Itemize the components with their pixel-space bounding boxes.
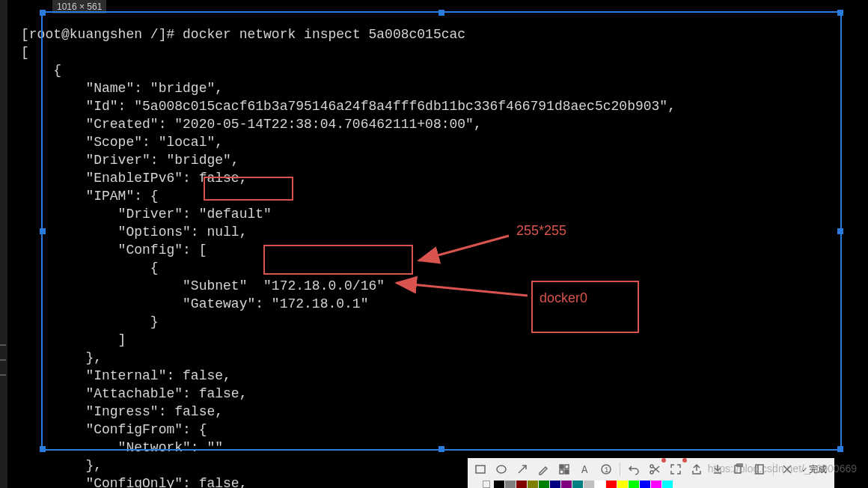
color-swatch[interactable]: [617, 481, 628, 488]
json-line-10: "Options": null,: [21, 225, 247, 240]
tool-ellipse[interactable]: [492, 460, 510, 478]
color-swatch[interactable]: [606, 481, 617, 488]
json-line-14: "Gateway": "172.18.0.1": [21, 296, 368, 311]
terminal-output: [root@kuangshen /]# docker network inspe…: [7, 0, 868, 488]
current-color-indicator: [483, 481, 490, 488]
svg-line-15: [653, 467, 659, 472]
svg-rect-8: [560, 470, 563, 474]
color-palette: [468, 481, 834, 488]
json-line-2: "Name": "bridge",: [21, 81, 223, 96]
color-swatch[interactable]: [539, 481, 549, 488]
json-line-19: "Attachable": false,: [21, 386, 247, 401]
color-swatch[interactable]: [584, 481, 594, 488]
svg-rect-6: [560, 465, 563, 469]
svg-text:A: A: [581, 464, 588, 475]
tool-share[interactable]: [688, 460, 706, 478]
svg-line-5: [519, 466, 526, 473]
tool-undo[interactable]: [625, 460, 643, 478]
tool-pen[interactable]: [534, 460, 552, 478]
color-swatch[interactable]: [505, 481, 516, 488]
svg-rect-7: [565, 465, 569, 469]
color-swatch[interactable]: [550, 481, 560, 488]
json-line-20: "Ingress": false,: [21, 404, 223, 419]
watermark-text: https://blog.csdn.net/_16000669: [708, 463, 857, 475]
json-line-9: "Driver": "default": [21, 207, 272, 222]
svg-text:1: 1: [605, 466, 609, 475]
tool-scissors[interactable]: [646, 460, 664, 478]
svg-point-13: [650, 465, 653, 468]
color-swatch[interactable]: [651, 481, 661, 488]
json-line-23: },: [21, 458, 102, 473]
json-line-5: "Scope": "local",: [21, 135, 223, 150]
json-line-15: }: [21, 314, 159, 329]
tool-text[interactable]: A: [576, 460, 594, 478]
json-line-11: "Config": [: [21, 243, 207, 257]
json-line-12: {: [21, 260, 159, 275]
svg-point-4: [497, 466, 506, 473]
color-swatch[interactable]: [528, 481, 538, 488]
tool-mosaic[interactable]: [555, 460, 573, 478]
json-line-18: "Internal": false,: [21, 368, 231, 383]
color-swatch[interactable]: [640, 481, 650, 488]
json-line-1: {: [21, 63, 61, 78]
color-swatch[interactable]: [561, 481, 572, 488]
svg-point-14: [650, 471, 653, 474]
json-line-8: "IPAM": {: [21, 189, 159, 204]
terminal-prompt: [root@kuangshen /]#: [21, 27, 183, 42]
json-line-16: ]: [21, 332, 126, 347]
tool-counter[interactable]: 1: [597, 460, 615, 478]
json-line-3: "Id": "5a008c015cacf61b3a795146a24f8a4ff…: [21, 99, 676, 114]
tool-rectangle[interactable]: [471, 460, 489, 478]
json-line-7: "EnableIPv6": false,: [21, 171, 247, 186]
svg-line-16: [653, 466, 659, 472]
json-line-22: "Network": "": [21, 440, 223, 455]
json-line-4: "Created": "2020-05-14T22:38:04.70646211…: [21, 117, 482, 132]
json-line-21: "ConfigFrom": {: [21, 422, 207, 437]
svg-rect-9: [565, 470, 569, 474]
selection-dimensions: 1016 × 561: [52, 0, 106, 13]
json-line-17: },: [21, 350, 102, 365]
color-swatch[interactable]: [516, 481, 527, 488]
json-line-0: [: [21, 45, 29, 60]
color-swatch[interactable]: [572, 481, 583, 488]
color-swatch[interactable]: [629, 481, 639, 488]
color-swatch[interactable]: [595, 481, 605, 488]
color-swatch[interactable]: [662, 481, 673, 488]
terminal-command: docker network inspect 5a008c015cac: [183, 27, 465, 42]
color-swatch[interactable]: [494, 481, 504, 488]
tool-fullscreen[interactable]: [667, 460, 685, 478]
json-line-24: "ConfigOnly": false,: [21, 476, 247, 488]
svg-rect-3: [476, 466, 485, 473]
tool-arrow[interactable]: [513, 460, 531, 478]
json-line-6: "Driver": "bridge",: [21, 153, 239, 168]
json-line-13: "Subnet" "172.18.0.0/16": [21, 278, 385, 293]
